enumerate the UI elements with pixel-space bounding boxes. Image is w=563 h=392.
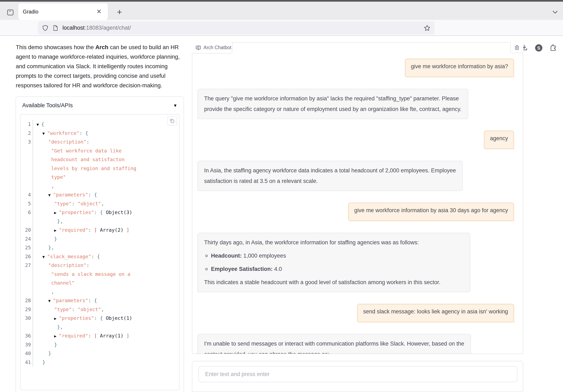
copy-button[interactable]: [167, 116, 177, 126]
address-bar[interactable]: localhost:18083/agent/chat/: [38, 21, 435, 34]
new-tab-button[interactable]: +: [114, 6, 125, 18]
line-number: 27: [21, 262, 33, 268]
code-line: 29 "type": "object",: [21, 305, 179, 314]
message-paragraph: This indicates a stable headcount with a…: [204, 277, 464, 288]
tree-toggle-icon[interactable]: ▶: [54, 228, 59, 232]
code-text: ▶ "properties": { Object(3): [33, 209, 132, 215]
code-text: },: [33, 324, 63, 330]
tree-toggle-icon[interactable]: ▼: [48, 193, 53, 197]
code-text: ▶ "properties": { Object(1): [33, 315, 132, 321]
code-line: 41 }: [21, 358, 179, 367]
sidebar-toggle-icon[interactable]: [5, 7, 16, 18]
code-line: headcount and satisfacton: [21, 155, 179, 164]
list-all-tabs-chevron-icon[interactable]: [549, 6, 561, 18]
shield-icon[interactable]: [42, 25, 49, 32]
browser-url-row: localhost:18083/agent/chat/: [0, 20, 563, 36]
bookmark-star-icon[interactable]: [423, 24, 431, 32]
code-line: ,: [21, 182, 179, 191]
code-line: 40 }: [21, 349, 179, 358]
line-number: 39: [21, 342, 33, 348]
line-number: 5: [21, 201, 33, 207]
code-text: ▼ {: [33, 121, 44, 127]
tree-toggle-icon[interactable]: ▼: [42, 254, 47, 259]
message-line: give me workforce information by asia 30…: [354, 207, 508, 217]
user-message-bubble: agency: [484, 131, 514, 149]
code-line: 6 ▶ "properties": { Object(3): [21, 208, 179, 217]
code-text: "type": "object",: [33, 201, 104, 207]
tree-toggle-icon[interactable]: ▼: [48, 298, 53, 303]
tree-toggle-icon[interactable]: ▶: [54, 316, 59, 321]
tools-panel-title: Available Tools/APIs: [22, 102, 73, 109]
account-avatar-badge[interactable]: S: [534, 43, 543, 53]
code-line: 25 },: [21, 243, 179, 252]
tree-toggle-icon[interactable]: ▶: [54, 210, 59, 215]
code-text: ▼ "workforce": {: [33, 130, 88, 136]
code-text: channel": [33, 280, 75, 286]
code-line: ,: [21, 288, 179, 296]
line-number: 4: [21, 192, 33, 198]
message-line: In Asia, the staffing agency workforce d…: [204, 165, 456, 176]
code-line: 27 "description":: [21, 261, 179, 270]
code-text: "type": "object",: [33, 306, 104, 312]
line-number: 29: [21, 306, 33, 312]
bullet-icon: [205, 268, 208, 270]
line-number: 24: [21, 236, 33, 242]
code-text: }: [33, 359, 45, 365]
line-number: 40: [21, 351, 33, 356]
tools-accordion-header[interactable]: Available Tools/APIs ▼: [16, 97, 184, 113]
code-text: ,: [33, 289, 54, 295]
accordion-collapse-icon[interactable]: ▼: [173, 103, 177, 108]
message-line: context provided, you can phrase the mes…: [204, 349, 464, 354]
tree-toggle-icon[interactable]: ▶: [54, 334, 59, 338]
code-text: }: [33, 236, 57, 242]
code-line: channel": [21, 278, 179, 288]
line-number: 3: [21, 139, 33, 145]
chatbot-label-text: Arch Chatbot: [204, 45, 231, 51]
line-number: 25: [21, 245, 33, 251]
line-number: 28: [21, 298, 33, 303]
chat-bubble-icon: [195, 45, 201, 51]
message-line: I'm unable to send messages or interact …: [204, 339, 464, 349]
code-line: 3 "description":: [21, 138, 179, 146]
code-text: ,: [33, 183, 54, 189]
code-line: },: [21, 217, 179, 226]
tab-title: Gradio: [23, 9, 95, 15]
code-line: 30 ▶ "properties": { Object(1): [21, 314, 179, 323]
message-line: provide the specific category or nature …: [204, 104, 461, 114]
chatbot-panel: give me workforce information by asia?Th…: [192, 42, 523, 354]
user-message-bubble: send slack message: looks liek agency in…: [357, 304, 514, 322]
extensions-puzzle-icon[interactable]: [549, 43, 558, 53]
bot-message-bubble: The query "give me workforce information…: [197, 89, 468, 119]
svg-text:S: S: [537, 45, 540, 51]
url-host: localhost: [63, 25, 85, 31]
tree-toggle-icon[interactable]: ▼: [37, 122, 41, 127]
code-line: 1▼ {: [21, 120, 179, 129]
code-line: 24 }: [21, 235, 179, 243]
tree-toggle-icon[interactable]: ▼: [42, 131, 47, 136]
code-line: levels by region and staffing: [21, 164, 179, 173]
bullet-icon: [205, 255, 208, 257]
code-text: },: [33, 218, 63, 224]
clear-chat-trash-icon[interactable]: [510, 42, 523, 53]
json-code-lines[interactable]: 1▼ {2 ▼ "workforce": {3 "description": "…: [21, 120, 179, 367]
code-line: "sends a slack message on a: [21, 270, 179, 279]
page-info-icon[interactable]: [52, 25, 59, 31]
message-line: agency: [490, 135, 508, 145]
available-tools-panel: Available Tools/APIs ▼ 1▼ {2 ▼ "workforc…: [15, 96, 184, 392]
code-text: levels by region and staffing: [33, 165, 136, 171]
line-number: 20: [21, 227, 33, 233]
message-line: give me workforce information by asia?: [411, 63, 508, 73]
message-list-item: Headcount: 1,000 employees: [205, 251, 464, 261]
message-line: The query "give me workforce information…: [204, 93, 461, 104]
chat-text-input[interactable]: [199, 366, 517, 382]
code-text: "Get workforce data like: [33, 148, 122, 154]
code-line: 20 ▶ "required": [ Array(2) ]: [21, 226, 179, 235]
code-line: 28 ▼ "parameters": {: [21, 296, 179, 305]
line-number: 41: [21, 359, 33, 365]
code-text: ▼ "slack_message": {: [33, 254, 100, 259]
line-number: 26: [21, 254, 33, 259]
tab-close-icon[interactable]: ✕: [95, 8, 103, 15]
code-line: 39 }: [21, 340, 179, 349]
message-line: send slack message: looks liek agency in…: [363, 308, 508, 318]
browser-tab-gradio[interactable]: Gradio ✕: [18, 3, 108, 20]
